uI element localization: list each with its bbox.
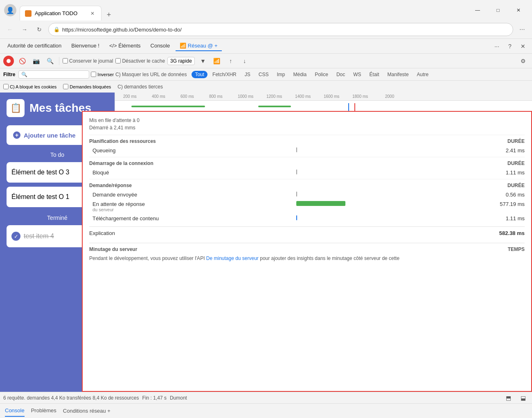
queue-info: Mis en file d'attente à 0 xyxy=(115,117,525,124)
filter-tab-police[interactable]: Police xyxy=(311,71,331,78)
blocked-bar xyxy=(296,169,297,174)
download-icon: ↓ xyxy=(239,55,250,67)
disable-cache-label: Désactiver le cache xyxy=(122,58,165,64)
timing-queueing-row: Queueing 2.41 ms xyxy=(115,146,525,155)
filter-tab-ws[interactable]: WS xyxy=(350,71,364,78)
devtools-tab-cert[interactable]: Autorité de certification xyxy=(3,41,65,51)
bottom-tab-conditions[interactable]: Conditions réseau + xyxy=(63,408,110,414)
minimize-button[interactable]: — xyxy=(468,4,487,16)
disable-cache-checkbox[interactable]: Désactiver le cache xyxy=(115,58,165,64)
keep-log-checkbox[interactable]: Conserver le journal xyxy=(63,58,113,64)
filter-tab-tout[interactable]: Tout xyxy=(192,71,207,78)
request-sent-value: 0.56 ms xyxy=(500,192,525,198)
devtools-panel: 200 ms 400 ms 600 ms 800 ms 1000 ms 1200… xyxy=(115,93,532,392)
section-connection-duration: DURÉE xyxy=(507,160,525,166)
tick-600: 600 ms xyxy=(180,94,194,99)
tick-1400: 1400 ms xyxy=(295,94,311,99)
download-label: Téléchargement de contenu xyxy=(115,215,291,221)
waiting-label-main: En attente de réponse xyxy=(115,201,291,207)
filter-tab-doc[interactable]: Doc xyxy=(333,71,348,78)
filter-tab-etait[interactable]: Était xyxy=(366,71,383,78)
blocked-cookies-checkbox[interactable]: C) A bloqué les cookies xyxy=(3,84,56,89)
server-note: Pendant le développement, vous pouvez ut… xyxy=(115,252,525,262)
tick-1800: 1800 ms xyxy=(352,94,368,99)
active-tab[interactable]: Application TODO ✕ xyxy=(20,6,101,20)
tab-close-button[interactable]: ✕ xyxy=(89,10,96,17)
server-timing-link[interactable]: De minutage du serveur xyxy=(206,255,259,261)
status-fin: Fin : 1,47 s xyxy=(142,395,167,401)
invert-checkbox[interactable]: Inverser xyxy=(91,72,114,77)
throttle-arrow-down[interactable]: ▼ xyxy=(197,55,209,67)
download-value: 1.11 ms xyxy=(500,215,525,221)
filter-input[interactable] xyxy=(29,72,86,77)
section-connection-title: Démarrage de la connexion xyxy=(115,160,153,166)
browser-chrome: 👤 Application TODO ✕ + — □ ✕ ← → ↻ 🔒 htt… xyxy=(0,0,532,418)
forward-button[interactable]: → xyxy=(19,24,30,35)
devtools-help-button[interactable]: ? xyxy=(504,41,516,52)
devtools-tab-network[interactable]: 📶 Réseau @ + xyxy=(176,41,221,51)
section-request-response: Demande/réponse DURÉE xyxy=(115,179,525,190)
devtools-more-button[interactable]: ··· xyxy=(491,41,503,52)
hide-data-urls-text: C) Masquer les URL de données xyxy=(115,72,187,77)
waiting-label: En attente de réponse du serveur xyxy=(115,201,291,212)
blocked-value: 1.11 ms xyxy=(500,169,525,176)
devtools-tab-console[interactable]: Console xyxy=(147,41,174,51)
network-toolbar: 🚫 📷 🔍 Conserver le journal Désactiver le… xyxy=(0,53,532,68)
download-bar-wrap xyxy=(296,215,495,220)
tab-favicon xyxy=(25,10,32,17)
close-button[interactable]: ✕ xyxy=(509,4,528,16)
maximize-button[interactable]: □ xyxy=(489,4,507,16)
devtools-close-button[interactable]: ✕ xyxy=(517,41,529,52)
throttle-dropdown[interactable]: 3G rapide xyxy=(167,57,195,65)
filter-tab-autre[interactable]: Autre xyxy=(414,71,432,78)
filter-tab-manifest[interactable]: Manifeste xyxy=(384,71,412,78)
clear-button[interactable]: 🚫 xyxy=(16,55,28,67)
request-sent-bar xyxy=(296,192,297,197)
url-bar[interactable]: 🔒 https://microsoftedge.github.io/Demos/… xyxy=(48,23,513,36)
blocked-requests-checkbox[interactable]: Demandes bloquées xyxy=(63,84,111,89)
plus-icon: + xyxy=(13,131,20,139)
devtools-tab-welcome[interactable]: Bienvenue ! xyxy=(67,41,104,51)
section-request-title: Demande/réponse xyxy=(115,183,132,188)
network-settings-button[interactable]: ⚙ xyxy=(517,55,529,67)
lock-icon: 🔒 xyxy=(54,27,60,32)
camera-button[interactable]: 📷 xyxy=(30,55,42,67)
filter-tab-js[interactable]: JS xyxy=(241,71,254,78)
waiting-label-sub: du serveur xyxy=(115,207,291,212)
devtools-tab-elements[interactable]: </> Éléments xyxy=(105,41,145,51)
tabs-area: Application TODO ✕ + xyxy=(20,0,465,20)
done-task-text: test item 4 xyxy=(24,233,54,240)
timeline-blue-bar xyxy=(348,103,349,111)
main-content: 📋 Mes tâches + Ajouter une tâche → To do… xyxy=(0,93,532,392)
filter-tab-css[interactable]: CSS xyxy=(255,71,272,78)
bottom-tab-issues[interactable]: Problèmes xyxy=(31,405,56,417)
status-bar: 6 requête. demandes 4,4 Ko transférées 8… xyxy=(0,392,532,403)
reload-button[interactable]: ↻ xyxy=(34,24,45,35)
filter-tab-img[interactable]: Imp xyxy=(273,71,288,78)
address-bar: ← → ↻ 🔒 https://microsoftedge.github.io/… xyxy=(0,20,532,38)
timing-waiting-row: En attente de réponse du serveur 577.19 … xyxy=(115,199,525,214)
bottom-tab-console[interactable]: Console xyxy=(5,405,25,417)
profile-icon[interactable]: 👤 xyxy=(4,4,16,16)
separator-1 xyxy=(59,57,59,65)
devtools-tab-bar: Autorité de certification Bienvenue ! </… xyxy=(0,38,532,53)
dock-icon[interactable]: ⬓ xyxy=(517,392,529,404)
browser-more-button[interactable]: ··· xyxy=(516,24,528,35)
back-button[interactable]: ← xyxy=(4,24,16,35)
search-button[interactable]: 🔍 xyxy=(44,55,56,67)
undock-icon[interactable]: ⬒ xyxy=(503,392,514,404)
status-bar-right: ⬒ ⬓ xyxy=(503,392,529,404)
check-icon: ✓ xyxy=(11,232,20,241)
record-button[interactable] xyxy=(3,56,14,66)
filter-input-wrap[interactable]: 🔍 xyxy=(18,70,89,79)
timeline-red-bar xyxy=(354,103,355,111)
filter-tab-media[interactable]: Média xyxy=(290,71,310,78)
request-sent-label: Demande envoyée xyxy=(115,192,291,198)
new-tab-button[interactable]: + xyxy=(103,9,115,20)
tick-400: 400 ms xyxy=(152,94,165,99)
blocked-label: Bloqué xyxy=(115,169,291,176)
filter-tab-fetch[interactable]: Fetch/XHR xyxy=(209,71,240,78)
tick-2000: 2000 xyxy=(385,94,394,99)
waiting-bar-wrap xyxy=(296,201,495,206)
status-requests: 6 requête. demandes 4,4 Ko transférées 8… xyxy=(3,395,139,401)
